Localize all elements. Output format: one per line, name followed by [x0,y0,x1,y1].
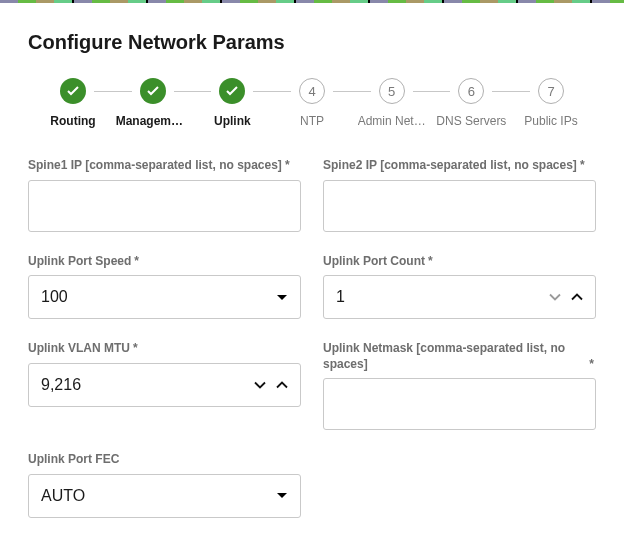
required-mark: * [134,254,139,268]
check-icon [67,86,79,96]
step-number: 7 [538,78,564,104]
chevron-up-icon[interactable] [276,381,288,389]
required-mark: * [589,357,594,373]
required-mark: * [285,158,290,172]
step-label: Admin Net… [358,114,426,128]
step-number: 5 [379,78,405,104]
netmask-input[interactable] [323,378,596,430]
spine1-input[interactable] [28,180,301,232]
step-label: NTP [300,114,324,128]
netmask-label: Uplink Netmask [comma-separated list, no… [323,341,596,372]
port-count-value: 1 [336,288,549,306]
step-admin-net[interactable]: 5 Admin Net… [357,78,427,128]
required-mark: * [428,254,433,268]
step-ntp[interactable]: 4 NTP [277,78,347,128]
wizard-stepper: Routing Manageme… Uplink 4 NTP 5 Admin N… [38,78,586,128]
check-icon [226,86,238,96]
vlan-mtu-label: Uplink VLAN MTU* [28,341,301,357]
step-dns-servers[interactable]: 6 DNS Servers [436,78,506,128]
check-icon [147,86,159,96]
step-label: DNS Servers [436,114,506,128]
port-fec-value: AUTO [41,487,276,505]
spine2-input[interactable] [323,180,596,232]
port-fec-label: Uplink Port FEC [28,452,301,468]
required-mark: * [133,341,138,355]
chevron-down-icon[interactable] [549,293,561,301]
step-management[interactable]: Manageme… [118,78,188,128]
spine1-label: Spine1 IP [comma-separated list, no spac… [28,158,301,174]
caret-down-icon [276,294,288,301]
port-speed-value: 100 [41,288,276,306]
step-number: 6 [458,78,484,104]
step-label: Uplink [214,114,251,128]
port-fec-select[interactable]: AUTO [28,474,301,518]
step-label: Manageme… [116,114,190,128]
page-title: Configure Network Params [28,31,596,54]
step-label: Routing [50,114,95,128]
required-mark: * [580,158,585,172]
port-count-label: Uplink Port Count* [323,254,596,270]
caret-down-icon [276,492,288,499]
vlan-mtu-stepper[interactable]: 9,216 [28,363,301,407]
spine2-label: Spine2 IP [comma-separated list, no spac… [323,158,596,174]
port-speed-label: Uplink Port Speed* [28,254,301,270]
port-count-stepper[interactable]: 1 [323,275,596,319]
chevron-up-icon[interactable] [571,293,583,301]
step-uplink[interactable]: Uplink [197,78,267,128]
port-speed-select[interactable]: 100 [28,275,301,319]
step-public-ips[interactable]: 7 Public IPs [516,78,586,128]
vlan-mtu-value: 9,216 [41,376,254,394]
step-routing[interactable]: Routing [38,78,108,128]
step-label: Public IPs [524,114,577,128]
step-number: 4 [299,78,325,104]
chevron-down-icon[interactable] [254,381,266,389]
